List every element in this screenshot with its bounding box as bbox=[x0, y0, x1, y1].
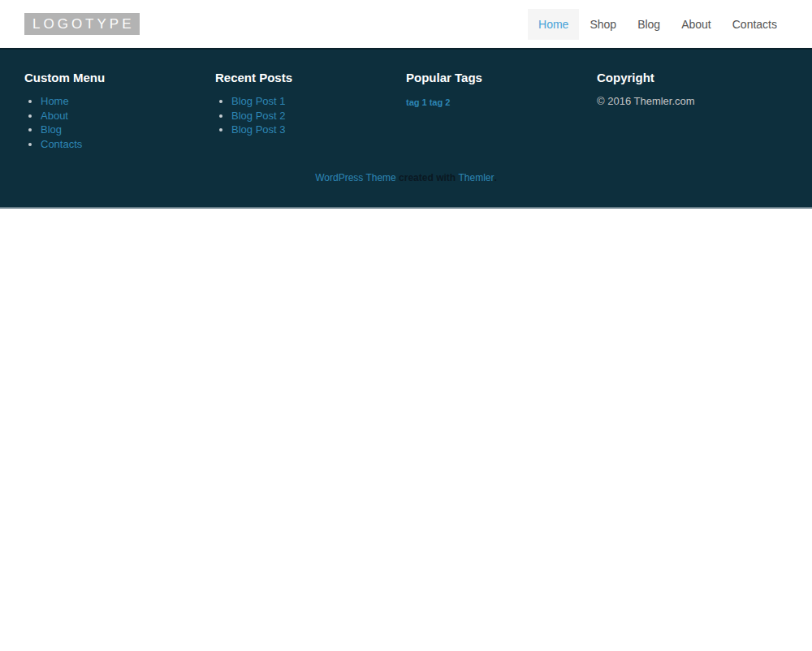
nav-item-home[interactable]: Home bbox=[528, 9, 579, 40]
footer-widget-recent-posts: Recent Posts Blog Post 1 Blog Post 2 Blo… bbox=[215, 71, 406, 151]
footer-widget-copyright: Copyright © 2016 Themler.com bbox=[597, 71, 788, 151]
custom-menu-list: Home About Blog Contacts bbox=[24, 94, 203, 151]
nav-item-about[interactable]: About bbox=[671, 9, 722, 40]
copyright-title: Copyright bbox=[597, 71, 775, 85]
wordpress-theme-link[interactable]: WordPress Theme bbox=[315, 172, 396, 183]
themler-link[interactable]: Themler bbox=[458, 172, 494, 183]
site-logo[interactable]: LOGOTYPE bbox=[24, 13, 140, 35]
site-footer: Custom Menu Home About Blog Contacts Rec… bbox=[0, 48, 812, 209]
recent-post-link-2[interactable]: Blog Post 2 bbox=[231, 110, 286, 122]
footer-widget-custom-menu: Custom Menu Home About Blog Contacts bbox=[24, 71, 215, 151]
footer-link-contacts[interactable]: Contacts bbox=[41, 138, 82, 150]
list-item: About bbox=[41, 109, 203, 123]
footer-link-about[interactable]: About bbox=[41, 110, 68, 122]
footer-widgets: Custom Menu Home About Blog Contacts Rec… bbox=[24, 71, 788, 151]
empty-page-body bbox=[0, 209, 812, 651]
popular-tags-title: Popular Tags bbox=[406, 71, 585, 85]
nav-item-contacts[interactable]: Contacts bbox=[722, 9, 788, 40]
footer-link-home[interactable]: Home bbox=[41, 95, 69, 107]
footer-link-blog[interactable]: Blog bbox=[41, 123, 62, 136]
list-item: Blog Post 2 bbox=[231, 109, 394, 123]
recent-post-link-3[interactable]: Blog Post 3 bbox=[231, 123, 286, 136]
recent-post-link-1[interactable]: Blog Post 1 bbox=[231, 95, 286, 107]
list-item: Blog Post 1 bbox=[231, 94, 394, 109]
recent-posts-list: Blog Post 1 Blog Post 2 Blog Post 3 bbox=[215, 94, 394, 137]
tag-link-1[interactable]: tag 1 bbox=[406, 97, 427, 107]
list-item: Contacts bbox=[41, 137, 203, 152]
footer-widget-popular-tags: Popular Tags tag 1tag 2 bbox=[406, 71, 597, 151]
tag-cloud: tag 1tag 2 bbox=[406, 94, 585, 109]
nav-item-blog[interactable]: Blog bbox=[627, 9, 671, 40]
list-item: Blog Post 3 bbox=[231, 123, 394, 137]
nav-item-shop[interactable]: Shop bbox=[579, 9, 627, 40]
main-nav: Home Shop Blog About Contacts bbox=[528, 9, 788, 40]
recent-posts-title: Recent Posts bbox=[215, 71, 394, 85]
copyright-text: © 2016 Themler.com bbox=[597, 94, 775, 108]
theme-credit: WordPress Theme created with Themler. bbox=[24, 172, 788, 184]
credit-period: . bbox=[494, 172, 496, 183]
site-header: LOGOTYPE Home Shop Blog About Contacts bbox=[0, 0, 812, 48]
custom-menu-title: Custom Menu bbox=[24, 71, 203, 85]
list-item: Home bbox=[41, 94, 203, 109]
tag-link-2[interactable]: tag 2 bbox=[430, 97, 451, 107]
credit-text: created with bbox=[396, 172, 459, 183]
list-item: Blog bbox=[41, 123, 203, 137]
